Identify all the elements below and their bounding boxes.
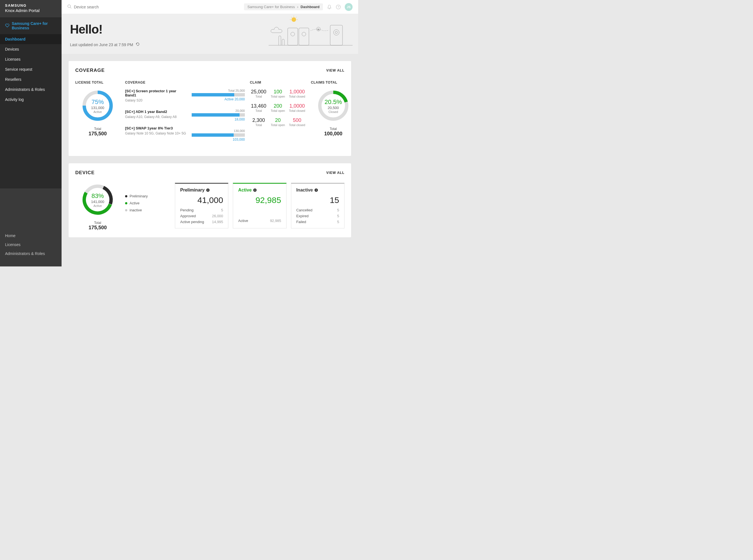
breadcrumb-parent[interactable]: Samsung Care+ for Business <box>247 5 295 9</box>
hero-illustration-icon: N <box>269 14 352 47</box>
sidebar-footer: Home Licenses Administrators & Roles <box>0 231 61 266</box>
claim-row: 13,460Total 200Total open 1,0000Total cl… <box>250 103 306 113</box>
tile-active: Activei 92,985 Active92,985 <box>233 183 286 228</box>
svg-text:131,000: 131,000 <box>91 106 104 110</box>
svg-point-11 <box>291 32 295 36</box>
svg-point-15 <box>333 29 339 35</box>
svg-text:Closed: Closed <box>329 110 338 114</box>
sidebar-footer-admins[interactable]: Administrators & Roles <box>0 249 61 258</box>
help-icon[interactable]: ? <box>336 4 341 9</box>
license-total-value: 175,500 <box>75 131 120 137</box>
bar-total: 130,000 <box>192 129 245 133</box>
device-view-all[interactable]: VIEW ALL <box>326 171 345 175</box>
donut-chart-icon: 20.5% 20,500 Closed <box>316 89 350 122</box>
claims-total-value: 100,000 <box>311 131 356 137</box>
claims-total-head: CLAIMS TOTAL <box>311 81 356 84</box>
info-icon[interactable]: i <box>206 188 210 192</box>
sidebar-item-devices[interactable]: Devices <box>0 44 61 54</box>
tile-value: 92,985 <box>238 196 281 205</box>
claim-row: 2,300Total 20Total open 500Total closed <box>250 117 306 127</box>
coverage-item: [SC+] ADH 1 year Band2 Galaxy A10, Galax… <box>125 109 187 119</box>
chevron-right-icon: › <box>297 5 298 9</box>
coverage-item-sub: Galaxy S20 <box>125 98 187 102</box>
info-icon[interactable]: i <box>253 188 256 192</box>
device-card: DEVICE VIEW ALL 83% 141,000 Active T <box>68 163 351 238</box>
svg-text:83%: 83% <box>92 192 104 199</box>
device-tiles: Preliminaryi 41,000 Pending5 Approved26,… <box>175 183 345 228</box>
refresh-icon[interactable] <box>135 42 140 47</box>
claim-total: 2,300 <box>250 117 268 123</box>
svg-rect-10 <box>288 28 298 45</box>
claim-closed: 1,0000 <box>288 89 306 95</box>
svg-point-13 <box>302 32 306 36</box>
bar-active: 103,000 <box>192 138 245 141</box>
claims-total-label: Total <box>311 127 356 131</box>
sidebar-item-resellers[interactable]: Resellers <box>0 74 61 84</box>
coverage-bar: 20,000 18,000 <box>192 109 245 121</box>
sidebar-footer-home[interactable]: Home <box>0 231 61 240</box>
svg-point-0 <box>68 5 71 7</box>
svg-text:141,000: 141,000 <box>91 200 104 204</box>
claim-closed: 500 <box>288 117 306 123</box>
sidebar-item-licenses[interactable]: Licenses <box>0 54 61 64</box>
sidebar-section-head[interactable]: Samsung Care+ for Business <box>0 17 61 34</box>
info-icon[interactable]: i <box>314 188 318 192</box>
tile-inactive: Inactivei 15 Cancelled5 Expired5 Failed5 <box>291 183 345 228</box>
coverage-item-title: [SC+] Screen protector 1 year Band1 <box>125 89 187 97</box>
coverage-item-sub: Galaxy Note 10 5G, Galaxy Note 10+ 5G <box>125 132 187 135</box>
avatar[interactable]: JS <box>345 3 352 11</box>
svg-text:20,500: 20,500 <box>328 106 339 110</box>
device-total-label: Total <box>75 221 120 225</box>
claim-total: 13,460 <box>250 103 268 109</box>
claim-total: 25,000 <box>250 89 268 95</box>
search-input[interactable] <box>74 5 147 9</box>
claim-open: 200 <box>269 103 287 109</box>
svg-text:20.5%: 20.5% <box>325 98 342 105</box>
donut-chart-icon: 83% 141,000 Active <box>81 183 114 216</box>
tile-value: 41,000 <box>180 196 223 205</box>
coverage-item-title: [SC+] ADH 1 year Band2 <box>125 109 187 114</box>
brand-sub: Knox Admin Portal <box>5 8 57 13</box>
coverage-view-all[interactable]: VIEW ALL <box>326 68 345 73</box>
bell-icon[interactable] <box>327 4 332 9</box>
tile-title: Active <box>238 187 252 193</box>
coverage-title: COVERAGE <box>75 68 105 73</box>
bar-total: 20,000 <box>192 109 245 113</box>
topbar: Samsung Care+ for Business › Dashboard ?… <box>61 0 358 14</box>
sidebar-item-service-request[interactable]: Service request <box>0 64 61 74</box>
coverage-head: COVERAGE <box>125 81 187 84</box>
sidebar-item-admins-roles[interactable]: Administrators & Roles <box>0 84 61 95</box>
svg-text:N: N <box>317 28 319 31</box>
device-donut: 83% 141,000 Active Total 175,500 <box>75 183 120 231</box>
sidebar-section: Samsung Care+ for Business Dashboard Dev… <box>0 17 61 188</box>
sidebar-item-dashboard[interactable]: Dashboard <box>0 34 61 44</box>
sidebar-item-activity-log[interactable]: Activity log <box>0 95 61 104</box>
claims-donut: 20.5% 20,500 Closed Total 100,000 <box>311 89 356 137</box>
svg-line-1 <box>70 7 71 8</box>
legend-item: inactive <box>125 208 170 212</box>
claim-head: CLAIM <box>250 81 306 84</box>
svg-line-9 <box>296 17 296 18</box>
sidebar-footer-licenses[interactable]: Licenses <box>0 240 61 249</box>
brand: SAMSUNG Knox Admin Portal <box>0 0 61 17</box>
svg-rect-12 <box>299 28 309 45</box>
coverage-item: [SC+] Screen protector 1 year Band1 Gala… <box>125 89 187 102</box>
device-total-value: 175,500 <box>75 225 120 231</box>
tile-preliminary: Preliminaryi 41,000 Pending5 Approved26,… <box>175 183 228 228</box>
license-total-head: LICENSE TOTAL <box>75 81 120 84</box>
donut-chart-icon: 75% 131,000 Active <box>81 89 114 122</box>
coverage-item: [SC+] SWAP 1year 8% Tier3 Galaxy Note 10… <box>125 126 187 135</box>
tile-value: 15 <box>296 196 339 205</box>
legend-item: Preliminary <box>125 194 170 198</box>
coverage-card: COVERAGE VIEW ALL LICENSE TOTAL 75% 131,… <box>68 61 351 156</box>
svg-text:75%: 75% <box>92 98 104 105</box>
bar-total: Total 25,000 <box>192 89 245 92</box>
license-donut: 75% 131,000 Active Total 175,500 <box>75 89 120 137</box>
breadcrumb-current: Dashboard <box>301 5 320 9</box>
search[interactable] <box>67 4 240 10</box>
svg-point-16 <box>335 31 337 34</box>
coverage-bar: Total 25,000 Active 20,000 <box>192 89 245 101</box>
coverage-item-sub: Galaxy A10, Galaxy A9, Galaxy A8 <box>125 115 187 119</box>
svg-point-4 <box>292 17 296 22</box>
claim-open: 20 <box>269 117 287 123</box>
